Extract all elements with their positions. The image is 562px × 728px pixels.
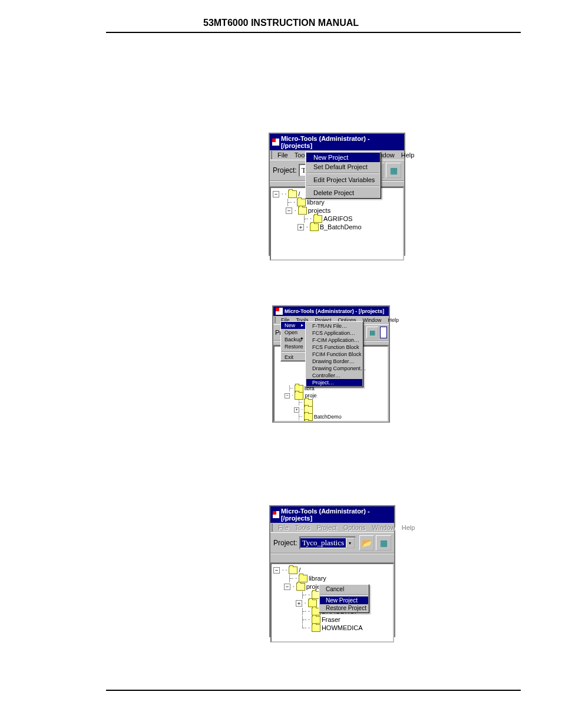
tree-item-fraser[interactable]: ├·· Fraser [273, 615, 391, 624]
menu-window[interactable]: Window [369, 523, 398, 532]
folder-open-icon: 📂 [362, 538, 372, 548]
grid-button[interactable]: ▦ [376, 535, 391, 551]
menu-open[interactable]: Open▸ [281, 329, 306, 336]
menu-delete-project[interactable]: Delete Project [306, 188, 380, 197]
tree-item[interactable]: ├· BatchDemo [276, 413, 386, 420]
submenu-project[interactable]: Project… [306, 379, 362, 386]
menu-help[interactable]: Help [398, 151, 418, 159]
collapse-icon[interactable]: − [273, 191, 279, 197]
submenu-fcs-funcblock[interactable]: FCS Function Block [306, 344, 362, 351]
window-project-menu: Micro-Tools (Administrator) - [/projects… [269, 133, 405, 256]
tree-item-projects[interactable]: − · projects [273, 206, 401, 215]
tree-label: / [299, 566, 300, 574]
menu-file[interactable]: File [275, 151, 291, 159]
menu-project[interactable]: Project [313, 523, 339, 532]
menu-new[interactable]: New▸ [281, 322, 306, 329]
submenu-fcim-app[interactable]: F-CIM Application… [306, 337, 362, 344]
tree-connector: ├· [297, 414, 303, 420]
context-cancel[interactable]: Cancel [320, 585, 368, 593]
context-new-project[interactable]: New Project [320, 597, 368, 604]
tree-label: library [309, 575, 326, 582]
expand-icon[interactable]: + [294, 407, 299, 413]
menu-file[interactable]: File [275, 523, 292, 532]
submenu-fcs-app[interactable]: FCS Application… [306, 330, 362, 337]
menu-new-project[interactable]: New Project [306, 153, 380, 162]
tree-context-menu: Cancel New Project Restore Project [319, 584, 369, 613]
tree-item-batchdemo[interactable]: + · B_BatchDemo [273, 223, 401, 231]
folder-icon [313, 215, 322, 223]
combo-dropdown-button[interactable]: ▾ [346, 538, 355, 548]
collapse-icon[interactable]: − [284, 584, 290, 590]
menu-edit-project-vars[interactable]: Edit Project Variables [306, 175, 380, 185]
tree-item-howmedica[interactable]: └·· HOWMEDICA [273, 624, 391, 632]
menu-restore[interactable]: Restore [281, 343, 306, 350]
tree-item-library[interactable]: ├·· library [273, 198, 401, 206]
submenu-ftran[interactable]: F-TRAN File… [306, 322, 362, 330]
folder-icon [304, 420, 313, 423]
tree-connector: ·· [281, 566, 287, 574]
tree-item-library[interactable]: ├·· library [273, 574, 391, 582]
tree-item-agrifos[interactable]: ├·· AGRIFOS [273, 215, 401, 223]
submenu-drawing-component[interactable]: Drawing Component… [306, 365, 362, 372]
project-combo[interactable]: Tyco_plastics ▾ [299, 536, 356, 549]
submenu-drawing-border[interactable]: Drawing Border… [306, 358, 362, 365]
open-dialog-button[interactable]: 📂 [359, 535, 375, 551]
tree-label: library [307, 199, 325, 206]
tree-item[interactable]: + · [276, 406, 386, 413]
document-page: 53MT6000 INSTRUCTION MANUAL Micro-Tools … [0, 0, 562, 728]
tree-view[interactable]: − ·· / ├·· library − · proje ├·· + [270, 563, 394, 643]
tree-connector: └·· [300, 624, 310, 632]
tree-item[interactable]: ├· [276, 399, 386, 406]
menu-backup[interactable]: Backup [281, 336, 306, 343]
menu-label: Open [285, 330, 297, 335]
expand-icon[interactable]: + [296, 600, 302, 607]
app-icon [272, 139, 279, 146]
grid-button[interactable]: ▦ [366, 327, 378, 338]
mdi-icon[interactable] [275, 317, 276, 323]
collapse-icon[interactable]: − [285, 393, 290, 398]
menu-help[interactable]: Help [385, 317, 402, 324]
scrollbar[interactable] [380, 327, 387, 338]
titlebar: Micro-Tools (Administrator) - [/projects… [270, 506, 394, 523]
folder-open-icon [296, 583, 305, 591]
tree-connector: ├· [288, 386, 293, 391]
tree-label: projects [308, 207, 331, 214]
menu-exit[interactable]: Exit [281, 354, 306, 361]
grid-button[interactable]: ▦ [386, 163, 401, 178]
expand-icon[interactable]: + [297, 224, 304, 230]
collapse-icon[interactable]: − [273, 567, 280, 574]
menu-separator [307, 173, 379, 174]
grid-icon: ▦ [390, 166, 398, 175]
tree-connector: · [291, 393, 293, 398]
tree-connector: · [300, 407, 303, 413]
app-icon [276, 308, 283, 315]
menu-options[interactable]: Options [340, 523, 369, 532]
footer-rule [106, 690, 521, 691]
tree-root[interactable]: − ·· / [273, 566, 391, 574]
new-submenu: F-TRAN File… FCS Application… F-CIM Appl… [305, 321, 363, 387]
menu-tools[interactable]: Tools [292, 523, 313, 532]
tree-item[interactable]: ├· DRAGDROP [276, 420, 386, 422]
submenu-fcim-funcblock[interactable]: FCIM Function Block [306, 351, 362, 358]
tree-connector: ├·· [287, 575, 297, 582]
collapse-icon[interactable]: − [286, 207, 292, 214]
window-title: Micro-Tools (Administrator) - [/projects… [285, 308, 384, 314]
tree-label: / [298, 190, 300, 197]
tree-connector: ├·· [300, 608, 310, 615]
project-label: Project: [273, 539, 297, 547]
mdi-icon[interactable] [271, 151, 272, 159]
menu-help[interactable]: Help [399, 523, 418, 532]
tree-connector: ├·· [286, 199, 296, 206]
mdi-icon[interactable] [272, 523, 273, 532]
tree-label: HOWMEDICA [322, 624, 363, 631]
menu-separator [320, 594, 368, 595]
submenu-controller[interactable]: Controller… [306, 372, 362, 379]
titlebar: Micro-Tools (Administrator) - [/projects… [270, 134, 404, 150]
menu-set-default-project[interactable]: Set Default Project [306, 162, 380, 172]
context-restore-project[interactable]: Restore Project [320, 604, 368, 612]
folder-icon [310, 223, 319, 231]
tree-label: DRAGDROP [314, 421, 345, 422]
chevron-down-icon: ▾ [349, 541, 351, 546]
menubar: File Tools Project Options Window Help [270, 523, 394, 532]
tree-item[interactable]: − · proje [276, 392, 386, 399]
